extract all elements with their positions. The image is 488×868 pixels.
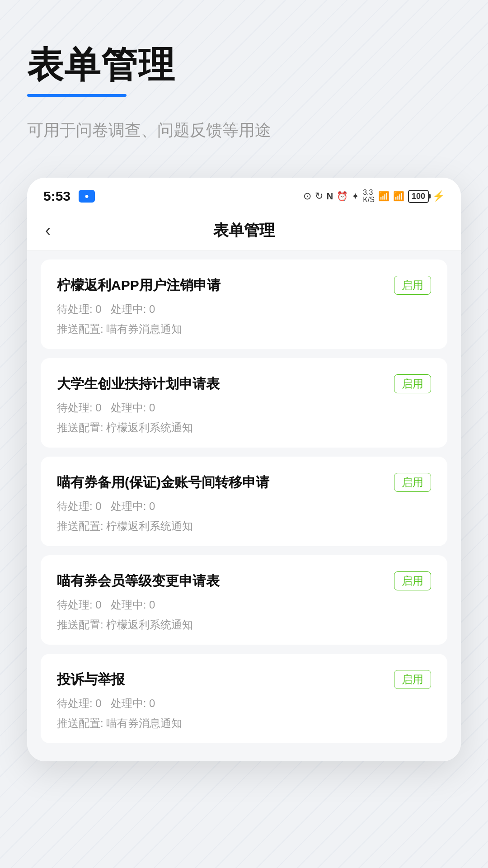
form-item[interactable]: 喵有券备用(保证)金账号间转移申请 启用 待处理: 0 处理中: 0 推送配置:…	[41, 457, 447, 546]
battery-indicator: 100	[408, 190, 429, 203]
status-badge: 启用	[394, 374, 431, 393]
form-item[interactable]: 喵有券会员等级变更申请表 启用 待处理: 0 处理中: 0 推送配置: 柠檬返利…	[41, 555, 447, 645]
page-content: 表单管理 可用于问卷调查、问题反馈等用途 5:53 ● ⊙ ↻ N ⏰ ✦ 3.…	[0, 0, 488, 797]
status-badge: 启用	[394, 571, 431, 590]
title-underline	[27, 94, 127, 97]
form-item-header: 喵有券会员等级变更申请表 启用	[57, 571, 431, 590]
status-badge: 启用	[394, 473, 431, 492]
nav-title: 表单管理	[213, 220, 275, 241]
page-subtitle: 可用于问卷调查、问题反馈等用途	[27, 119, 461, 142]
form-item-stats: 待处理: 0 处理中: 0	[57, 696, 431, 711]
form-item-header: 投诉与举报 启用	[57, 670, 431, 689]
page-title: 表单管理	[27, 45, 461, 85]
form-list: 柠檬返利APP用户注销申请 启用 待处理: 0 处理中: 0 推送配置: 喵有券…	[27, 250, 461, 761]
status-app-icon: ●	[79, 190, 95, 203]
status-time: 5:53	[43, 189, 70, 204]
nav-bar: ‹ 表单管理	[27, 211, 461, 250]
form-item-title: 柠檬返利APP用户注销申请	[57, 276, 385, 295]
form-item-title: 大学生创业扶持计划申请表	[57, 374, 385, 393]
form-item-stats: 待处理: 0 处理中: 0	[57, 499, 431, 514]
charge-icon: ⚡	[432, 190, 445, 202]
status-nfc-icon: N	[327, 191, 333, 202]
status-wifi-icon: 📶	[378, 191, 389, 202]
status-refresh-icon: ↻	[315, 190, 323, 202]
status-badge: 启用	[394, 670, 431, 689]
battery-level: 100	[412, 192, 425, 201]
form-item-push: 推送配置: 喵有券消息通知	[57, 716, 431, 731]
form-item-title: 投诉与举报	[57, 670, 385, 689]
status-alarm-icon: ⏰	[337, 191, 348, 202]
form-item-push: 推送配置: 柠檬返利系统通知	[57, 618, 431, 632]
status-bar: 5:53 ● ⊙ ↻ N ⏰ ✦ 3.3K/S 📶 📶 100 ⚡	[27, 178, 461, 211]
form-item-title: 喵有券会员等级变更申请表	[57, 571, 385, 590]
form-item-push: 推送配置: 柠檬返利系统通知	[57, 519, 431, 533]
status-badge: 启用	[394, 276, 431, 295]
status-bluetooth-icon: ✦	[352, 191, 359, 202]
status-icons: ⊙ ↻ N ⏰ ✦ 3.3K/S 📶 📶 100 ⚡	[303, 189, 445, 203]
form-item-push: 推送配置: 喵有券消息通知	[57, 322, 431, 336]
form-item[interactable]: 投诉与举报 启用 待处理: 0 处理中: 0 推送配置: 喵有券消息通知	[41, 654, 447, 743]
form-item[interactable]: 大学生创业扶持计划申请表 启用 待处理: 0 处理中: 0 推送配置: 柠檬返利…	[41, 358, 447, 448]
back-button[interactable]: ‹	[45, 221, 51, 240]
status-signal-icon: 📶	[393, 191, 404, 202]
form-item-title: 喵有券备用(保证)金账号间转移申请	[57, 473, 385, 492]
form-item[interactable]: 柠檬返利APP用户注销申请 启用 待处理: 0 处理中: 0 推送配置: 喵有券…	[41, 259, 447, 349]
status-speed-icon: 3.3K/S	[363, 189, 375, 203]
form-item-stats: 待处理: 0 处理中: 0	[57, 401, 431, 415]
form-item-stats: 待处理: 0 处理中: 0	[57, 598, 431, 612]
form-item-header: 柠檬返利APP用户注销申请 启用	[57, 276, 431, 295]
form-item-push: 推送配置: 柠檬返利系统通知	[57, 420, 431, 435]
status-circle-icon: ⊙	[303, 190, 311, 202]
form-item-header: 喵有券备用(保证)金账号间转移申请 启用	[57, 473, 431, 492]
form-item-stats: 待处理: 0 处理中: 0	[57, 302, 431, 316]
form-item-header: 大学生创业扶持计划申请表 启用	[57, 374, 431, 393]
phone-card: 5:53 ● ⊙ ↻ N ⏰ ✦ 3.3K/S 📶 📶 100 ⚡ ‹	[27, 178, 461, 761]
